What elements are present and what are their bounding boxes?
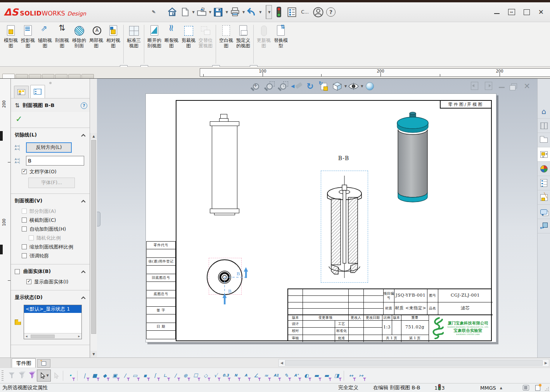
display-state-header[interactable]: 显示状态(D) [11,293,90,303]
menu-view[interactable] [112,9,121,15]
show-surface-body-option[interactable]: 显示曲面实体(I) [11,277,90,286]
option-checkbox[interactable] [22,244,27,249]
show-surface-body-checkbox[interactable] [26,279,31,284]
zoom-to-area-button[interactable] [263,80,276,93]
open-dropdown-arrow[interactable]: ▼ [209,10,211,14]
comments-tab[interactable] [538,205,550,219]
select-all-filters-button[interactable] [27,370,37,382]
filter-center-marks[interactable]: ✎ [281,370,291,382]
clear-all-filters-button[interactable] [17,370,27,382]
surface-body-header[interactable]: 曲面实体(B) [11,267,90,277]
section-view-button[interactable]: 剖面视图 [54,24,71,48]
next-sheet-button[interactable] [485,82,492,90]
broken-out-section-button[interactable]: 断开的剖视图 [146,24,163,48]
document-font-option[interactable]: 文档字体(O) [11,167,90,176]
doc-minimize-button[interactable] [499,84,505,88]
scroll-left-arrow[interactable]: ◀ [279,361,285,365]
units-dropdown-arrow[interactable]: ▲ [500,386,502,390]
separator[interactable] [342,370,346,382]
slice-section-checkbox[interactable]: 横截剖面(C) [11,216,90,224]
document-font-checkbox[interactable] [22,169,27,174]
3d-content-tab[interactable] [538,219,550,233]
3d-drawing-view-button[interactable] [317,80,330,93]
drawing-sheet[interactable]: 零件图/开模图 B-B [145,93,496,342]
previous-view-button[interactable]: ◀ [290,80,303,93]
unit-system[interactable]: MMGS ▲ [480,383,502,392]
replace-model-button[interactable]: 替换模型 [272,24,289,48]
option-checkbox[interactable] [22,226,27,231]
help-icon[interactable]: ? [81,102,87,109]
tag-button[interactable] [523,383,529,392]
tab-annotation[interactable] [16,74,28,78]
cut-line-header[interactable]: 切除线(L) [11,130,90,141]
command-search[interactable]: C... [301,9,309,15]
filter-annotations[interactable]: A° [291,370,301,382]
add-sheet-tab[interactable] [37,359,50,368]
select-other-button[interactable] [51,370,61,382]
toolbar-drag-handle[interactable] [2,370,3,381]
home-tab[interactable]: ⌂ [538,104,550,119]
scroll-thumb[interactable] [31,335,55,338]
panel-splitter-handle[interactable] [97,212,100,226]
select-tool[interactable]: ▼ [266,5,272,19]
new-document-button[interactable] [179,5,191,19]
home-button[interactable] [166,5,178,19]
filter-viewports[interactable]: ◨ [332,370,342,382]
partial-section-checkbox[interactable]: 部分剖面(A) [11,207,90,216]
menu-edit[interactable] [104,9,112,15]
filter-detail-circles[interactable]: A1 [271,370,281,382]
separator[interactable] [75,370,80,382]
standard-3-view-button[interactable]: 标准三视图 [125,24,142,48]
view-palette-tab[interactable] [538,147,550,162]
dock-panes-button[interactable]: ↔ [508,9,515,15]
select-dropdown-arrow[interactable]: ▼ [46,374,48,377]
filter-tolerance[interactable]: 0.3 [221,370,231,382]
filter-dimensions[interactable]: ☐ [190,370,201,382]
update-view-button[interactable]: 更新视图 [255,24,272,48]
filter-connection-points[interactable]: ▬ [311,370,322,382]
menu-insert[interactable] [121,9,130,15]
tab-evaluate[interactable] [55,74,67,78]
filter-routing-points[interactable]: ▬ [322,370,332,382]
filter-sketch-lines[interactable]: / [170,370,180,382]
filter-dimensions-2[interactable]: ↔ [346,370,356,382]
scroll-down-arrow[interactable]: ▼ [90,351,97,357]
empty-view-button[interactable]: 空白视图 [218,24,235,48]
randomize-scale-checkbox[interactable]: 随机化比例 [11,233,90,242]
surface-body-checkbox[interactable] [15,269,20,274]
filter-sketch-points[interactable]: ⊕ [180,370,190,382]
zoom-to-fit-button[interactable] [249,80,263,93]
zoom-to-selection-button[interactable] [276,80,290,93]
filter-toggle-button[interactable] [7,370,17,382]
tab-sketch[interactable] [29,74,41,78]
filter-edges[interactable]: | [80,370,90,382]
filter-surface-finish-symbols[interactable]: ◇ [201,370,211,382]
apply-scene-button[interactable] [363,80,377,93]
emphasize-outline-checkbox[interactable]: 强调轮廓 [11,251,90,260]
close-button[interactable]: ✕ [538,9,544,16]
option-checkbox[interactable] [22,218,27,223]
filter-vertices[interactable]: • [65,370,75,382]
save-dropdown-arrow[interactable]: ▼ [226,10,228,14]
save-button[interactable] [213,5,224,19]
sheet-tab[interactable]: 零件图 [12,358,36,368]
scroll-right-arrow[interactable]: ▸ [76,334,81,338]
section-view-header[interactable]: 剖面视图(V) [11,196,90,207]
print-dropdown-arrow[interactable]: ▼ [242,10,245,14]
filter-fillets[interactable]: ⌈ [150,370,160,382]
doc-close-button[interactable]: ✕ [524,82,530,90]
tab-dimension[interactable] [42,74,54,78]
doc-restore-button[interactable] [511,83,517,88]
predefined-view-button[interactable]: 预定义的视图 [235,24,252,48]
new-dropdown-arrow[interactable]: ▼ [192,10,195,14]
ok-button[interactable]: ✓ [16,114,22,124]
options-button[interactable] [286,5,297,19]
projected-view-button[interactable]: 投影视图 [19,24,36,48]
file-explorer-tab[interactable] [538,133,550,147]
scroll-up-arrow[interactable]: ▲ [90,133,97,139]
filter-geometric-tolerances[interactable]: √ [211,370,221,382]
filter-datum-targets[interactable]: ◐ [301,370,311,382]
relative-view-button[interactable]: 相对视图 [105,24,122,48]
forum-tab[interactable] [538,190,550,205]
filter-solid-bodies[interactable]: ▣ [110,370,120,382]
